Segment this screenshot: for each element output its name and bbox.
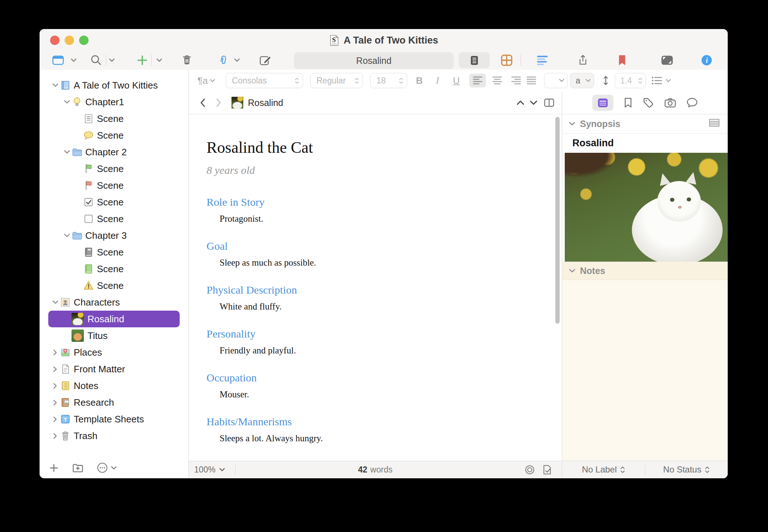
forward-icon[interactable] bbox=[216, 98, 222, 107]
highlight-select[interactable]: a bbox=[570, 73, 594, 88]
chevron-down-icon[interactable] bbox=[71, 58, 77, 62]
disclosure-chevron[interactable] bbox=[50, 300, 60, 304]
notes-tab[interactable] bbox=[592, 95, 613, 111]
notes-header[interactable]: Notes bbox=[562, 262, 728, 280]
binder-item-scene[interactable]: Scene bbox=[40, 244, 188, 261]
binder-item-trash[interactable]: Trash bbox=[40, 427, 188, 444]
disclosure-chevron[interactable] bbox=[50, 383, 60, 389]
share-icon[interactable] bbox=[577, 54, 589, 67]
binder-item-chapter-3[interactable]: Chapter 3 bbox=[40, 227, 188, 244]
notes-label: Notes bbox=[580, 266, 605, 276]
disclosure-chevron[interactable] bbox=[50, 433, 60, 439]
add-document-icon[interactable] bbox=[49, 463, 59, 473]
disclosure-chevron[interactable] bbox=[50, 83, 60, 87]
disclosure-chevron[interactable] bbox=[50, 416, 60, 422]
info-icon[interactable]: i bbox=[701, 54, 713, 66]
document-view-button[interactable] bbox=[459, 52, 490, 68]
align-justify-button[interactable] bbox=[526, 76, 537, 85]
binder-item-scene[interactable]: Scene bbox=[40, 160, 188, 177]
align-left-button[interactable] bbox=[469, 74, 486, 87]
binder-options-control[interactable] bbox=[97, 462, 117, 473]
corkboard-view-icon[interactable] bbox=[501, 54, 513, 66]
titlebar: S A Tale of Two Kitties bbox=[40, 29, 728, 51]
italic-button[interactable]: I bbox=[436, 75, 439, 86]
snapshots-tab[interactable] bbox=[664, 98, 676, 108]
binder-item-label: Scene bbox=[97, 180, 124, 191]
synopsis-header[interactable]: Synopsis bbox=[562, 114, 728, 134]
synopsis-card-title-row[interactable]: Rosalind bbox=[562, 134, 728, 153]
list-style-control[interactable] bbox=[651, 76, 671, 85]
search-icon[interactable] bbox=[90, 54, 102, 66]
binder-item-a-tale-of-two-kitties[interactable]: A Tale of Two Kitties bbox=[40, 77, 188, 94]
bold-button[interactable]: B bbox=[416, 75, 423, 86]
composition-mode-icon[interactable] bbox=[661, 54, 674, 66]
binder-item-scene[interactable]: Scene bbox=[40, 194, 188, 210]
writing-target-icon[interactable] bbox=[525, 465, 535, 475]
disclosure-chevron[interactable] bbox=[50, 366, 60, 372]
previous-document-icon[interactable] bbox=[516, 100, 524, 105]
binder-item-front-matter[interactable]: Front Matter bbox=[40, 361, 188, 377]
outline-view-icon[interactable] bbox=[536, 54, 549, 66]
disclosure-chevron[interactable] bbox=[50, 400, 60, 406]
text-color-select[interactable] bbox=[544, 73, 568, 88]
font-family-select[interactable]: Consolas bbox=[226, 73, 303, 88]
binder-item-scene[interactable]: Scene bbox=[40, 127, 188, 144]
binder-item-chapter-2[interactable]: Chapter 2 bbox=[40, 144, 188, 160]
add-item-icon[interactable] bbox=[136, 54, 148, 66]
compile-check-icon[interactable] bbox=[543, 465, 552, 475]
align-right-button[interactable] bbox=[511, 76, 522, 85]
bookmark-icon[interactable] bbox=[618, 54, 627, 66]
line-spacing-select[interactable]: 1.4 bbox=[615, 73, 646, 88]
paperclip-icon[interactable] bbox=[217, 54, 229, 66]
back-icon[interactable] bbox=[200, 98, 205, 107]
synopsis-card-icon[interactable] bbox=[709, 119, 720, 127]
binder-item-places[interactable]: Places bbox=[40, 344, 188, 361]
editor-doc-title[interactable]: Rosalind bbox=[248, 98, 283, 108]
add-folder-icon[interactable] bbox=[72, 463, 84, 473]
binder-item-scene[interactable]: Scene bbox=[40, 177, 188, 194]
comments-tab[interactable] bbox=[686, 97, 698, 108]
editor-scrollbar[interactable] bbox=[555, 117, 560, 324]
metadata-tab[interactable] bbox=[643, 97, 654, 109]
trash-icon[interactable] bbox=[181, 54, 193, 66]
notes-area[interactable] bbox=[562, 281, 728, 461]
chevron-down-icon[interactable] bbox=[569, 269, 576, 273]
binder-item-notes[interactable]: Notes bbox=[40, 377, 188, 394]
disclosure-chevron[interactable] bbox=[62, 150, 72, 154]
font-size-select[interactable]: 18 bbox=[370, 73, 407, 88]
status-select[interactable]: No Status bbox=[645, 461, 728, 478]
bookmarks-tab[interactable] bbox=[624, 97, 633, 108]
chevron-down-icon[interactable] bbox=[234, 58, 240, 62]
editor-content[interactable]: Rosalind the Cat 8 years old Role in Sto… bbox=[189, 114, 562, 461]
disclosure-chevron[interactable] bbox=[50, 349, 60, 356]
binder-item-research[interactable]: Research bbox=[40, 394, 188, 411]
binder-item-scene[interactable]: Scene bbox=[40, 110, 188, 127]
underline-button[interactable]: U bbox=[453, 75, 460, 86]
synopsis-image[interactable] bbox=[565, 153, 728, 262]
font-style-select[interactable]: Regular bbox=[310, 73, 363, 88]
label-select[interactable]: No Label bbox=[562, 461, 645, 478]
binder-item-titus[interactable]: Titus bbox=[40, 327, 188, 344]
disclosure-chevron[interactable] bbox=[62, 233, 72, 238]
search-input[interactable] bbox=[294, 52, 454, 69]
chevron-down-icon[interactable] bbox=[156, 58, 163, 62]
font-style-value: Regular bbox=[316, 76, 346, 86]
chevron-down-icon[interactable] bbox=[569, 122, 576, 126]
chevron-down-icon[interactable] bbox=[109, 58, 115, 62]
align-center-button[interactable] bbox=[492, 76, 503, 85]
flag-green-icon bbox=[83, 163, 97, 174]
paragraph-style-control[interactable]: ¶a bbox=[197, 75, 215, 86]
binder-toggle-icon[interactable] bbox=[52, 54, 64, 66]
disclosure-chevron[interactable] bbox=[62, 100, 72, 104]
next-document-icon[interactable] bbox=[530, 100, 538, 105]
compose-icon[interactable] bbox=[259, 54, 272, 67]
binder-item-characters[interactable]: Characters bbox=[40, 294, 188, 311]
section-heading-role-in-story: Role in Story bbox=[207, 195, 529, 209]
split-view-icon[interactable] bbox=[544, 98, 555, 107]
binder-item-chapter1[interactable]: Chapter1 bbox=[40, 94, 188, 110]
binder-item-scene[interactable]: Scene bbox=[40, 277, 188, 294]
binder-item-scene[interactable]: Scene bbox=[40, 210, 188, 227]
binder-item-template-sheets[interactable]: T Template Sheets bbox=[40, 411, 188, 427]
binder-item-scene[interactable]: Scene bbox=[40, 261, 188, 277]
binder-item-rosalind[interactable]: Rosalind bbox=[48, 311, 180, 327]
